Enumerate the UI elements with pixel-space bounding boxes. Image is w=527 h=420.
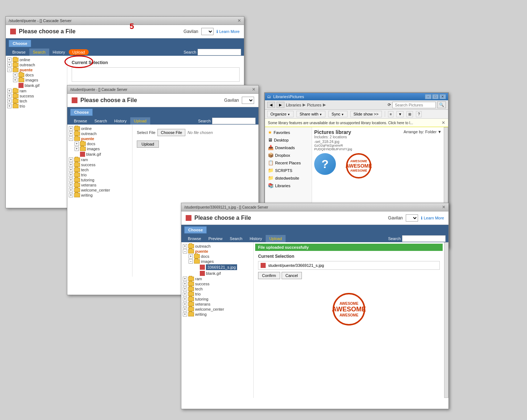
window-4-history-tab[interactable]: History: [246, 235, 266, 242]
upload-btn[interactable]: Upload: [137, 140, 159, 148]
w2-tree-images[interactable]: + images: [75, 146, 131, 151]
w4-tree-tech[interactable]: + tech: [183, 286, 252, 291]
window-3-maximize[interactable]: □: [432, 94, 439, 99]
tree-item-online[interactable]: + online: [7, 57, 66, 62]
notice-close[interactable]: ✕: [442, 120, 445, 125]
window-1-search-input[interactable]: [198, 49, 241, 55]
w2-tree-success[interactable]: + success: [69, 162, 131, 167]
w2-expand-tech[interactable]: +: [69, 168, 73, 172]
w4-expand-trio[interactable]: +: [183, 292, 187, 296]
share-with-btn[interactable]: Share with: [296, 111, 325, 117]
tree-item-ram[interactable]: + ram: [7, 88, 66, 93]
w4-expand-writing[interactable]: +: [183, 312, 187, 316]
window-2-close[interactable]: ✕: [252, 87, 256, 92]
window-4-search-input[interactable]: [402, 235, 446, 242]
w2-expand-ram[interactable]: +: [69, 158, 73, 162]
view-grid-btn[interactable]: ⊞: [406, 111, 413, 117]
w4-tree-blank[interactable]: blank.gif: [194, 270, 252, 276]
window-3-close[interactable]: ✕: [439, 94, 446, 99]
window-4-browse-tab[interactable]: Browse: [184, 235, 205, 242]
w2-expand-puente[interactable]: −: [69, 136, 73, 141]
w4-expand-outreach[interactable]: +: [183, 244, 187, 248]
tree-item-outreach[interactable]: + outreach: [7, 62, 66, 67]
w2-expand-outreach[interactable]: +: [69, 131, 73, 136]
w4-expand-docs[interactable]: +: [189, 254, 193, 259]
tree-item-images[interactable]: + images: [13, 77, 66, 83]
expand-ram[interactable]: +: [7, 89, 12, 93]
w2-tree-tutoring[interactable]: + tutoring: [69, 177, 131, 182]
w4-expand-veterans[interactable]: +: [183, 302, 187, 306]
search-go-btn[interactable]: 🔍: [437, 101, 446, 108]
sidebar-scripts[interactable]: 📁 SCRIPTS: [266, 167, 310, 174]
w2-tree-trio[interactable]: + trio: [69, 172, 131, 177]
slideshow-btn[interactable]: Slide show >>: [350, 111, 382, 117]
window-1-browse-tab[interactable]: Browse: [9, 49, 29, 56]
sidebar-dropbox[interactable]: 📦 Dropbox: [266, 151, 310, 159]
w2-tree-outreach[interactable]: + outreach: [69, 131, 131, 136]
w4-tree-welcome[interactable]: + welcome_center: [183, 307, 252, 312]
w2-tree-puente[interactable]: − puente: [69, 136, 131, 141]
w2-expand-veterans[interactable]: +: [69, 183, 73, 187]
choose-file-btn[interactable]: Choose File: [157, 129, 185, 136]
window-4-scrollbar[interactable]: [444, 242, 448, 398]
window-1-choose-btn[interactable]: Choose: [9, 40, 31, 47]
window-2-search-tab[interactable]: Search: [91, 117, 111, 125]
sidebar-distedwebsite[interactable]: 📁 distedwebsite: [266, 174, 310, 182]
w2-tree-docs[interactable]: + docs: [75, 141, 131, 146]
search-pictures-input[interactable]: [392, 102, 436, 108]
refresh-icon[interactable]: ⟳: [388, 102, 391, 107]
breadcrumb-libraries[interactable]: Libraries: [286, 103, 301, 107]
w2-expand-online[interactable]: +: [69, 126, 73, 131]
w2-tree-ram[interactable]: + ram: [69, 157, 131, 162]
window-2-history-tab[interactable]: History: [111, 117, 130, 125]
w2-expand-tutoring[interactable]: +: [69, 178, 73, 182]
help-btn[interactable]: ?: [416, 111, 422, 117]
expand-images[interactable]: +: [13, 78, 17, 82]
tree-item-puente[interactable]: − puente: [7, 67, 66, 72]
expand-puente[interactable]: −: [7, 68, 12, 72]
w4-tree-images[interactable]: − images: [189, 259, 252, 264]
window-4-preview-tab[interactable]: Preview: [205, 235, 226, 242]
w4-expand-success[interactable]: +: [183, 282, 187, 286]
arrange-by[interactable]: Arrange by: Folder ▼: [404, 130, 442, 134]
w4-tree-writing[interactable]: + writing: [183, 312, 252, 317]
w4-tree-docs[interactable]: + docs: [189, 254, 252, 259]
tree-item-blank-gif[interactable]: blank.gif: [13, 83, 66, 88]
window-1-close[interactable]: ✕: [237, 18, 241, 23]
window-2-upload-tab[interactable]: Upload: [130, 117, 150, 125]
window-1-learn-more[interactable]: Learn More: [216, 29, 240, 34]
window-1-search-tab[interactable]: Search: [29, 49, 49, 56]
w2-tree-blank[interactable]: blank.gif: [75, 151, 131, 157]
sidebar-libraries[interactable]: 📚 Libraries: [266, 182, 310, 189]
sidebar-recent[interactable]: 📋 Recent Places: [266, 159, 310, 167]
breadcrumb-pictures[interactable]: Pictures: [307, 103, 321, 107]
window-4-upload-tab[interactable]: Upload: [266, 235, 286, 242]
view-list-btn[interactable]: ≡: [388, 111, 394, 117]
organize-btn[interactable]: Organize: [267, 111, 294, 117]
w4-expand-welcome[interactable]: +: [183, 307, 187, 311]
forward-btn[interactable]: ▶: [277, 102, 284, 108]
w2-tree-welcome[interactable]: + welcome_center: [69, 188, 131, 193]
w2-expand-writing[interactable]: +: [69, 193, 73, 197]
w4-tree-outreach[interactable]: + outreach: [183, 244, 252, 249]
window-1-history-tab[interactable]: History: [49, 49, 69, 56]
w2-expand-images[interactable]: +: [75, 147, 79, 151]
expand-docs[interactable]: +: [13, 73, 17, 77]
w2-tree-veterans[interactable]: + veterans: [69, 182, 131, 188]
w2-tree-tech[interactable]: + tech: [69, 167, 131, 172]
tree-item-success[interactable]: + success: [7, 93, 66, 98]
view-down-btn[interactable]: ▼: [396, 111, 404, 117]
tree-item-tech[interactable]: + tech: [7, 98, 66, 104]
expand-success[interactable]: +: [7, 94, 12, 98]
w4-tree-puente[interactable]: − puente: [183, 249, 252, 254]
expand-online[interactable]: +: [7, 58, 12, 62]
window-4-learn-more[interactable]: Learn More: [421, 216, 444, 220]
expand-tech[interactable]: +: [7, 99, 12, 103]
expand-trio[interactable]: +: [7, 104, 12, 108]
sidebar-desktop[interactable]: 🖥 Desktop: [266, 136, 310, 144]
window-4-search-tab[interactable]: Search: [226, 235, 246, 242]
w4-expand-puente[interactable]: −: [183, 249, 187, 253]
tree-item-docs[interactable]: + docs: [13, 72, 66, 77]
w2-expand-success[interactable]: +: [69, 163, 73, 167]
sidebar-downloads[interactable]: 📥 Downloads: [266, 144, 310, 151]
